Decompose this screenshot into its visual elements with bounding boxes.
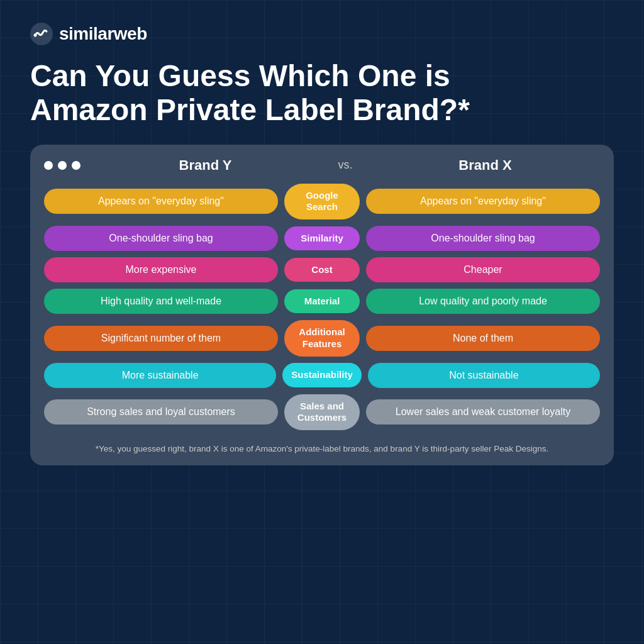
row-material: High quality and well-made Material Low …: [44, 289, 600, 314]
google-left: Appears on "everyday sling": [44, 189, 278, 214]
brand-x-label: Brand X: [370, 157, 600, 174]
features-left: Significant number of them: [44, 326, 278, 351]
vs-label: vs.: [320, 158, 370, 172]
svg-point-1: [34, 34, 37, 37]
row-sales: Strong sales and loyal customers Sales a…: [44, 394, 600, 431]
similarity-center: Similarity: [284, 226, 360, 251]
sustainability-left: More sustainable: [44, 363, 276, 388]
brand-y-label: Brand Y: [91, 157, 320, 174]
similarity-right: One-shoulder sling bag: [366, 226, 600, 251]
cost-center: Cost: [284, 258, 360, 282]
card-header: Brand Y vs. Brand X: [44, 157, 600, 174]
page-headline: Can You Guess Which One is Amazon Privat…: [30, 59, 565, 127]
comparison-card: Brand Y vs. Brand X Appears on "everyday…: [30, 145, 614, 466]
google-center: Google Search: [284, 184, 360, 220]
material-center: Material: [284, 289, 360, 314]
row-similarity: One-shoulder sling bag Similarity One-sh…: [44, 226, 600, 251]
window-dots: [44, 161, 80, 170]
dot-1: [44, 161, 53, 170]
material-left: High quality and well-made: [44, 289, 278, 314]
footnote: *Yes, you guessed right, brand X is one …: [44, 443, 600, 455]
sales-left: Strong sales and loyal customers: [44, 399, 278, 425]
dot-3: [72, 161, 80, 170]
features-center: Additional Features: [284, 320, 360, 357]
features-right: None of them: [366, 326, 600, 351]
row-google-search: Appears on "everyday sling" Google Searc…: [44, 184, 600, 220]
row-sustainability: More sustainable Sustainability Not sust…: [44, 363, 600, 388]
sales-right: Lower sales and weak customer loyalty: [366, 399, 600, 425]
sustainability-center: Sustainability: [282, 363, 362, 387]
logo-text: similarweb: [59, 24, 147, 44]
material-right: Low quality and poorly made: [366, 289, 600, 314]
row-features: Significant number of them Additional Fe…: [44, 320, 600, 357]
google-right: Appears on "everyday sling": [366, 189, 600, 214]
cost-right: Cheaper: [366, 257, 600, 282]
row-cost: More expensive Cost Cheaper: [44, 257, 600, 282]
similarity-left: One-shoulder sling bag: [44, 226, 278, 251]
logo: similarweb: [30, 23, 147, 45]
sustainability-right: Not sustainable: [368, 363, 600, 388]
brand-labels: Brand Y vs. Brand X: [91, 157, 600, 174]
dot-2: [58, 161, 67, 170]
cost-left: More expensive: [44, 257, 278, 282]
similarweb-icon: [30, 23, 53, 45]
sales-center: Sales and Customers: [284, 394, 360, 431]
